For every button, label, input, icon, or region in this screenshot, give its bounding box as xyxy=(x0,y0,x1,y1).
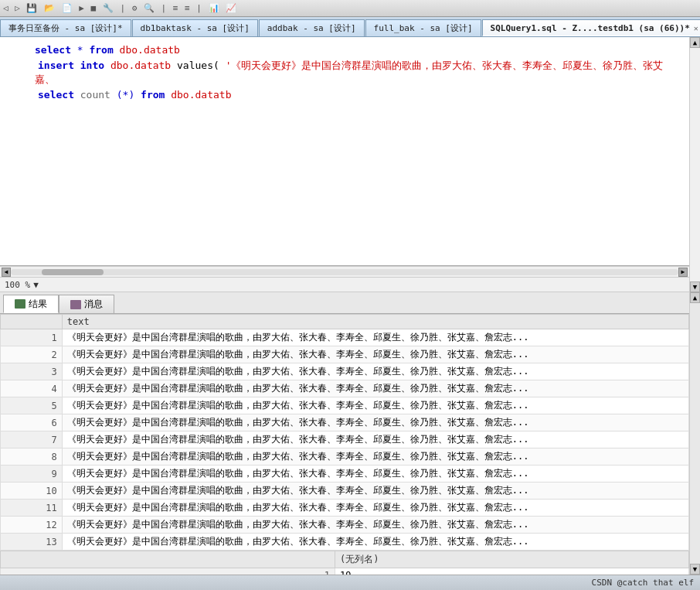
row-number: 6 xyxy=(1,414,63,431)
tab-2[interactable]: addbak - sa [设计] xyxy=(259,19,365,36)
main-container: select * from dbo.datatb insert into dbo… xyxy=(0,37,700,590)
row-value: 《明天会更好》是中国台湾群星演唱的歌曲，由罗大佑、张大春、李寿全、邱夏生、徐乃胜… xyxy=(62,534,688,551)
table-row: 7《明天会更好》是中国台湾群星演唱的歌曲，由罗大佑、张大春、李寿全、邱夏生、徐乃… xyxy=(1,431,689,448)
row-value: 《明天会更好》是中国台湾群星演唱的歌曲，由罗大佑、张大春、李寿全、邱夏生、徐乃胜… xyxy=(62,346,688,363)
zoom-dropdown-icon[interactable]: ▼ xyxy=(33,280,39,290)
row-value: 《明天会更好》是中国台湾群星演唱的歌曲，由罗大佑、张大春、李寿全、邱夏生、徐乃胜… xyxy=(62,329,688,346)
row-value: 《明天会更好》是中国台湾群星演唱的歌曲，由罗大佑、张大春、李寿全、邱夏生、徐乃胜… xyxy=(62,414,688,431)
messages-tab-label: 消息 xyxy=(84,298,103,311)
sql-line-3: select count (*) from dbo.datatb xyxy=(35,88,683,102)
row-value: 《明天会更好》是中国台湾群星演唱的歌曲，由罗大佑、张大春、李寿全、邱夏生、徐乃胜… xyxy=(62,500,688,517)
tab-messages[interactable]: 消息 xyxy=(59,295,114,313)
table-row: 5《明天会更好》是中国台湾群星演唱的歌曲，由罗大佑、张大春、李寿全、邱夏生、徐乃… xyxy=(1,397,689,414)
table-row: 3《明天会更好》是中国台湾群星演唱的歌曲，由罗大佑、张大春、李寿全、邱夏生、徐乃… xyxy=(1,363,689,380)
row-number: 5 xyxy=(1,397,63,414)
table-row: 2《明天会更好》是中国台湾群星演唱的歌曲，由罗大佑、张大春、李寿全、邱夏生、徐乃… xyxy=(1,346,689,363)
scroll-thumb[interactable] xyxy=(42,269,104,275)
row-value: 《明天会更好》是中国台湾群星演唱的歌曲，由罗大佑、张大春、李寿全、邱夏生、徐乃胜… xyxy=(62,448,688,466)
results-vscrollbar[interactable]: ▲ ▼ xyxy=(689,292,700,575)
row-value: 《明天会更好》是中国台湾群星演唱的歌曲，由罗大佑、张大春、李寿全、邱夏生、徐乃胜… xyxy=(62,466,688,483)
results-grid[interactable]: text 1《明天会更好》是中国台湾群星演唱的歌曲，由罗大佑、张大春、李寿全、邱… xyxy=(0,314,689,575)
row-number: 12 xyxy=(1,517,63,534)
unnamed-row-num: 1 xyxy=(1,568,335,575)
unnamed-value: 19 xyxy=(335,568,689,575)
results-main: 结果 消息 text 1《明天会更好》是中国台 xyxy=(0,292,689,575)
row-number: 3 xyxy=(1,363,63,380)
scroll-right-btn[interactable]: ▶ xyxy=(678,268,688,277)
tab-1[interactable]: db1baktask - sa [设计] xyxy=(132,19,258,36)
unnamed-table: (无列名) 1 19 xyxy=(0,551,689,575)
toolbar-icons: ◁ ▷ 💾 📂 📄 ▶ ■ 🔧 | ⚙ 🔍 | ≡ ≡ | 📊 📈 xyxy=(3,3,237,13)
results-vscroll-down[interactable]: ▼ xyxy=(690,564,700,575)
row-value: 《明天会更好》是中国台湾群星演唱的歌曲，由罗大佑、张大春、李寿全、邱夏生、徐乃胜… xyxy=(62,483,688,500)
results-table: text 1《明天会更好》是中国台湾群星演唱的歌曲，由罗大佑、张大春、李寿全、邱… xyxy=(0,314,689,551)
col-header-rownum xyxy=(1,315,63,329)
results-wrapper: 结果 消息 text 1《明天会更好》是中国台 xyxy=(0,292,700,575)
table-row: 8《明天会更好》是中国台湾群星演唱的歌曲，由罗大佑、张大春、李寿全、邱夏生、徐乃… xyxy=(1,448,689,466)
result-tabs: 结果 消息 xyxy=(0,292,689,314)
zoom-level: 100 % xyxy=(5,280,30,290)
top-toolbar: ◁ ▷ 💾 📂 📄 ▶ ■ 🔧 | ⚙ 🔍 | ≡ ≡ | 📊 📈 xyxy=(0,0,700,17)
editor-main: select * from dbo.datatb insert into dbo… xyxy=(0,37,689,292)
table-row: 10《明天会更好》是中国台湾群星演唱的歌曲，由罗大佑、张大春、李寿全、邱夏生、徐… xyxy=(1,483,689,500)
row-value: 《明天会更好》是中国台湾群星演唱的歌曲，由罗大佑、张大春、李寿全、邱夏生、徐乃胜… xyxy=(62,431,688,448)
col-header-text: text xyxy=(62,315,688,329)
row-number: 10 xyxy=(1,483,63,500)
vscroll-up[interactable]: ▲ xyxy=(690,37,700,48)
messages-tab-icon xyxy=(70,300,81,309)
tab-0[interactable]: 事务日至备份 - sa [设计]* xyxy=(0,19,131,36)
vscroll-down[interactable]: ▼ xyxy=(690,281,700,292)
results-vscroll-up[interactable]: ▲ xyxy=(690,292,700,303)
sql-editor[interactable]: select * from dbo.datatb insert into dbo… xyxy=(0,37,689,266)
row-number: 11 xyxy=(1,500,63,517)
sql-line-1: select * from dbo.datatb xyxy=(35,43,683,57)
row-number: 1 xyxy=(1,329,63,346)
tab-3[interactable]: full_bak - sa [设计] xyxy=(365,19,481,36)
editor-content: select * from dbo.datatb insert into dbo… xyxy=(0,37,689,108)
row-value: 《明天会更好》是中国台湾群星演唱的歌曲，由罗大佑、张大春、李寿全、邱夏生、徐乃胜… xyxy=(62,380,688,397)
sql-line-2: insert into dbo.datatb values( '《明天会更好》是… xyxy=(35,59,683,87)
editor-hscrollbar[interactable]: ◀ ▶ xyxy=(0,266,689,277)
zoom-bar: 100 % ▼ xyxy=(0,277,689,292)
row-value: 《明天会更好》是中国台湾群星演唱的歌曲，由罗大佑、张大春、李寿全、邱夏生、徐乃胜… xyxy=(62,517,688,534)
row-number: 4 xyxy=(1,380,63,397)
table-row: 6《明天会更好》是中国台湾群星演唱的歌曲，由罗大佑、张大春、李寿全、邱夏生、徐乃… xyxy=(1,414,689,431)
results-tab-icon xyxy=(15,299,25,309)
table-row: 1《明天会更好》是中国台湾群星演唱的歌曲，由罗大佑、张大春、李寿全、邱夏生、徐乃… xyxy=(1,329,689,346)
tab-bar: 事务日至备份 - sa [设计]* db1baktask - sa [设计] a… xyxy=(0,17,700,37)
tab-4[interactable]: SQLQuery1.sql - Z....testdb1 (sa (66))* … xyxy=(482,19,700,36)
status-text: CSDN @catch that elf xyxy=(592,578,694,588)
row-value: 《明天会更好》是中国台湾群星演唱的歌曲，由罗大佑、张大春、李寿全、邱夏生、徐乃胜… xyxy=(62,363,688,380)
unnamed-row: 1 19 xyxy=(1,568,689,575)
results-tab-label: 结果 xyxy=(29,298,47,311)
table-row: 4《明天会更好》是中国台湾群星演唱的歌曲，由罗大佑、张大春、李寿全、邱夏生、徐乃… xyxy=(1,380,689,397)
row-value: 《明天会更好》是中国台湾群星演唱的歌曲，由罗大佑、张大春、李寿全、邱夏生、徐乃胜… xyxy=(62,397,688,414)
scroll-left-btn[interactable]: ◀ xyxy=(2,268,11,277)
table-row: 9《明天会更好》是中国台湾群星演唱的歌曲，由罗大佑、张大春、李寿全、邱夏生、徐乃… xyxy=(1,466,689,483)
row-number: 9 xyxy=(1,466,63,483)
unnamed-col-rownum-header xyxy=(1,551,335,568)
row-number: 13 xyxy=(1,534,63,551)
tab-results[interactable]: 结果 xyxy=(3,295,59,313)
scroll-track[interactable] xyxy=(11,269,678,275)
table-row: 11《明天会更好》是中国台湾群星演唱的歌曲，由罗大佑、张大春、李寿全、邱夏生、徐… xyxy=(1,500,689,517)
row-number: 7 xyxy=(1,431,63,448)
table-row: 13《明天会更好》是中国台湾群星演唱的歌曲，由罗大佑、张大春、李寿全、邱夏生、徐… xyxy=(1,534,689,551)
row-number: 8 xyxy=(1,448,63,466)
table-row: 12《明天会更好》是中国台湾群星演唱的歌曲，由罗大佑、张大春、李寿全、邱夏生、徐… xyxy=(1,517,689,534)
editor-vscrollbar[interactable]: ▲ ▼ xyxy=(689,37,700,292)
status-bar: CSDN @catch that elf xyxy=(0,575,700,590)
tab-close-icon[interactable]: ✕ xyxy=(694,24,698,32)
row-number: 2 xyxy=(1,346,63,363)
unnamed-col-header: (无列名) xyxy=(335,551,689,568)
